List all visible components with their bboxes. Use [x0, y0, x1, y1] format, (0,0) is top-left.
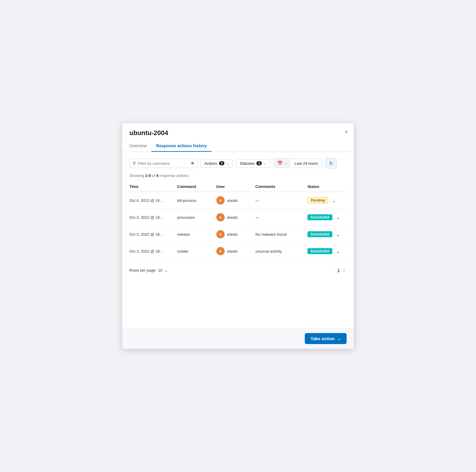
rows-per-page-value: 10	[158, 268, 162, 273]
status-cell: Pending ⌄	[307, 197, 347, 204]
actions-chevron-icon: ⌄	[226, 161, 229, 165]
actions-filter-badge: 5	[219, 161, 224, 165]
prev-page-button[interactable]: ‹	[331, 267, 336, 273]
cell-user: e elastic	[216, 209, 256, 226]
refresh-icon: ↻	[329, 161, 333, 166]
cell-user: e elastic	[216, 243, 256, 260]
status-cell: Successful ⌄	[307, 248, 347, 255]
next-page-button[interactable]: ›	[342, 267, 347, 273]
avatar: e	[216, 230, 225, 238]
search-icon: ⚲	[133, 161, 136, 166]
table-row: Oct 3, 2022 @ 19... isolate e elastic un…	[129, 243, 347, 260]
pagination-row: Rows per page: 10 ⌄ ‹ 1 ›	[129, 264, 347, 273]
showing-range: 1-4	[145, 173, 151, 178]
take-action-chevron-icon: ⌄	[337, 336, 341, 341]
showing-text: Showing 1-4 of 4 response actions	[129, 173, 347, 178]
calendar-icon: 📅	[277, 161, 283, 166]
table-header-row: Time Command User Comments Status	[129, 181, 347, 192]
tabs-container: Overview Response actions history	[129, 140, 347, 152]
row-expand-button[interactable]: ⌄	[335, 248, 341, 255]
username-filter-input[interactable]	[138, 161, 189, 166]
table-row: Oct 3, 2022 @ 19... release e elastic No…	[129, 226, 347, 243]
cell-user: e elastic	[216, 226, 256, 243]
row-expand-button[interactable]: ⌄	[335, 214, 341, 221]
status-cell: Successful ⌄	[307, 214, 347, 221]
current-page-number[interactable]: 1	[337, 268, 340, 273]
row-expand-button[interactable]: ⌄	[335, 231, 341, 238]
cell-comments: unusual activity	[256, 243, 308, 260]
cell-status: Pending ⌄	[307, 192, 347, 209]
modal-header: ubuntu-2004 × Overview Response actions …	[122, 123, 354, 152]
showing-count: 4	[156, 173, 158, 178]
col-header-comments: Comments	[256, 181, 308, 192]
clear-search-button[interactable]: ✖	[191, 161, 194, 165]
status-badge: Successful	[307, 214, 332, 220]
username: elastic	[227, 198, 238, 203]
tab-overview[interactable]: Overview	[129, 140, 151, 152]
status-cell: Successful ⌄	[307, 231, 347, 238]
date-chevron-icon: ⌄	[285, 161, 288, 165]
status-badge: Successful	[307, 248, 332, 254]
response-actions-table: Time Command User Comments Status Oct 4,…	[129, 181, 347, 260]
cell-time: Oct 3, 2022 @ 19...	[129, 209, 177, 226]
rows-per-page-label: Rows per page:	[129, 268, 156, 273]
cell-command: release	[177, 226, 216, 243]
username: elastic	[227, 232, 238, 237]
col-header-time: Time	[129, 181, 177, 192]
modal-footer: Take action ⌄	[122, 328, 354, 349]
col-header-status: Status	[307, 181, 347, 192]
take-action-label: Take action	[311, 336, 335, 341]
cell-command: isolate	[177, 243, 216, 260]
avatar: e	[216, 213, 225, 221]
actions-filter-button[interactable]: Actions 5 ⌄	[201, 159, 233, 168]
cell-comments: No malware found	[256, 226, 308, 243]
avatar: e	[216, 247, 225, 255]
date-filter-group: 📅 ⌄ Last 24 hours	[273, 159, 322, 168]
user-cell: e elastic	[216, 230, 253, 238]
username: elastic	[227, 215, 238, 220]
table-row: Oct 3, 2022 @ 19... processes e elastic …	[129, 209, 347, 226]
cell-status: Successful ⌄	[307, 243, 347, 260]
tab-response-actions-history[interactable]: Response actions history	[151, 140, 211, 152]
modal-title: ubuntu-2004	[129, 129, 347, 137]
refresh-button[interactable]: ↻	[325, 158, 337, 169]
search-input-wrap: ⚲ ✖	[129, 159, 198, 168]
modal-body: ⚲ ✖ Actions 5 ⌄ Statuses 3 ⌄ 📅 ⌄	[122, 152, 354, 328]
row-expand-button[interactable]: ⌄	[331, 197, 337, 204]
date-range-button[interactable]: Last 24 hours	[290, 159, 322, 168]
avatar: e	[216, 196, 225, 205]
rows-per-page-chevron-icon: ⌄	[164, 268, 168, 273]
col-header-user: User	[216, 181, 256, 192]
date-range-label: Last 24 hours	[294, 161, 318, 166]
page-navigation: ‹ 1 ›	[331, 267, 347, 273]
actions-filter-label: Actions	[204, 161, 217, 166]
user-cell: e elastic	[216, 196, 253, 205]
user-cell: e elastic	[216, 247, 253, 255]
col-header-command: Command	[177, 181, 216, 192]
cell-time: Oct 4, 2022 @ 14...	[129, 192, 177, 209]
statuses-filter-badge: 3	[256, 161, 262, 165]
take-action-button[interactable]: Take action ⌄	[305, 333, 347, 344]
cell-user: e elastic	[216, 192, 256, 209]
close-button[interactable]: ×	[343, 128, 349, 136]
cell-command: processes	[177, 209, 216, 226]
user-cell: e elastic	[216, 213, 253, 221]
username: elastic	[227, 249, 238, 254]
cell-command: kill-process	[177, 192, 216, 209]
cell-status: Successful ⌄	[307, 209, 347, 226]
filters-row: ⚲ ✖ Actions 5 ⌄ Statuses 3 ⌄ 📅 ⌄	[129, 158, 347, 169]
cell-status: Successful ⌄	[307, 226, 347, 243]
table-row: Oct 4, 2022 @ 14... kill-process e elast…	[129, 192, 347, 209]
statuses-filter-button[interactable]: Statuses 3 ⌄	[236, 159, 271, 168]
calendar-button[interactable]: 📅 ⌄	[273, 159, 291, 168]
status-badge: Successful	[307, 231, 332, 237]
cell-comments: —	[256, 209, 308, 226]
cell-comments: —	[256, 192, 308, 209]
rows-per-page-selector[interactable]: Rows per page: 10 ⌄	[129, 268, 168, 273]
statuses-filter-label: Statuses	[240, 161, 255, 166]
statuses-chevron-icon: ⌄	[264, 161, 266, 165]
status-badge: Pending	[307, 197, 328, 204]
cell-time: Oct 3, 2022 @ 19...	[129, 243, 177, 260]
modal-container: ubuntu-2004 × Overview Response actions …	[122, 123, 354, 349]
cell-time: Oct 3, 2022 @ 19...	[129, 226, 177, 243]
